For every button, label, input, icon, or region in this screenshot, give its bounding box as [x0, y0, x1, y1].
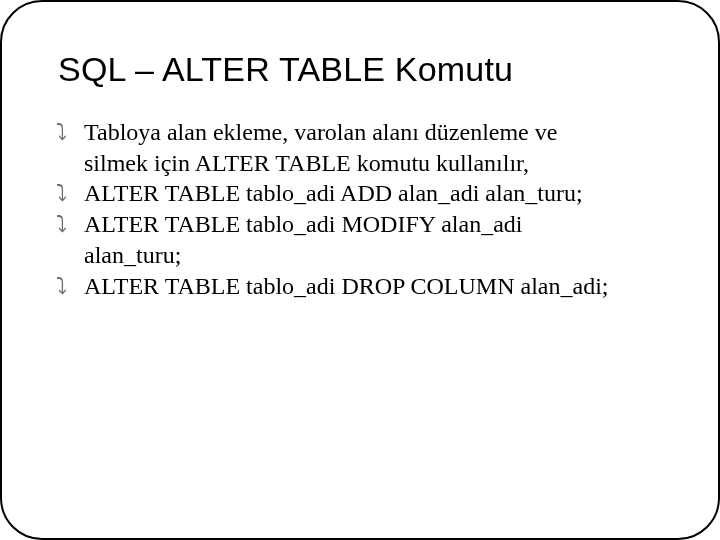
slide-title: SQL – ALTER TABLE Komutu	[58, 50, 662, 89]
list-item: ⤵ ALTER TABLE tablo_adi MODIFY alan_adi …	[58, 209, 662, 270]
bullet-text-line: ALTER TABLE tablo_adi MODIFY alan_adi	[84, 211, 522, 237]
bullet-text-line: alan_turu;	[84, 240, 662, 271]
bullet-icon: ⤵	[56, 210, 67, 238]
list-item: ⤵ ALTER TABLE tablo_adi ADD alan_adi ala…	[58, 178, 662, 209]
list-item: ⤵ Tabloya alan ekleme, varolan alanı düz…	[58, 117, 662, 178]
bullet-icon: ⤵	[56, 272, 67, 300]
bullet-text-line: ALTER TABLE tablo_adi DROP COLUMN alan_a…	[84, 273, 608, 299]
list-item: ⤵ ALTER TABLE tablo_adi DROP COLUMN alan…	[58, 271, 662, 302]
bullet-icon: ⤵	[56, 179, 67, 207]
slide-frame: SQL – ALTER TABLE Komutu ⤵ Tabloya alan …	[0, 0, 720, 540]
bullet-list: ⤵ Tabloya alan ekleme, varolan alanı düz…	[58, 117, 662, 301]
bullet-icon: ⤵	[56, 118, 67, 146]
bullet-text-line: ALTER TABLE tablo_adi ADD alan_adi alan_…	[84, 180, 583, 206]
bullet-text-line: Tabloya alan ekleme, varolan alanı düzen…	[84, 119, 557, 145]
bullet-text-line: silmek için ALTER TABLE komutu kullanılı…	[84, 148, 662, 179]
